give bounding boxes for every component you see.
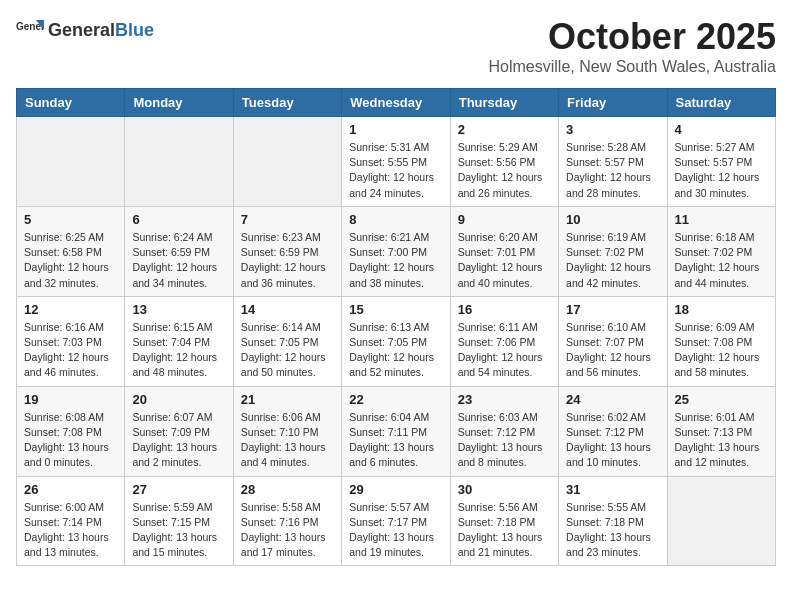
weekday-header-row: SundayMondayTuesdayWednesdayThursdayFrid… [17,89,776,117]
weekday-header-sunday: Sunday [17,89,125,117]
day-number: 9 [458,212,551,227]
day-number: 30 [458,482,551,497]
day-info: Sunrise: 5:29 AM Sunset: 5:56 PM Dayligh… [458,140,551,201]
day-info: Sunrise: 6:01 AM Sunset: 7:13 PM Dayligh… [675,410,768,471]
week-row-2: 5Sunrise: 6:25 AM Sunset: 6:58 PM Daylig… [17,206,776,296]
calendar-cell: 23Sunrise: 6:03 AM Sunset: 7:12 PM Dayli… [450,386,558,476]
day-number: 27 [132,482,225,497]
day-info: Sunrise: 6:14 AM Sunset: 7:05 PM Dayligh… [241,320,334,381]
calendar-cell: 5Sunrise: 6:25 AM Sunset: 6:58 PM Daylig… [17,206,125,296]
day-number: 28 [241,482,334,497]
day-number: 16 [458,302,551,317]
calendar-cell: 22Sunrise: 6:04 AM Sunset: 7:11 PM Dayli… [342,386,450,476]
calendar-cell: 15Sunrise: 6:13 AM Sunset: 7:05 PM Dayli… [342,296,450,386]
calendar-cell: 16Sunrise: 6:11 AM Sunset: 7:06 PM Dayli… [450,296,558,386]
day-info: Sunrise: 6:11 AM Sunset: 7:06 PM Dayligh… [458,320,551,381]
calendar-cell [667,476,775,566]
day-number: 22 [349,392,442,407]
weekday-header-saturday: Saturday [667,89,775,117]
calendar-cell: 9Sunrise: 6:20 AM Sunset: 7:01 PM Daylig… [450,206,558,296]
day-info: Sunrise: 6:09 AM Sunset: 7:08 PM Dayligh… [675,320,768,381]
day-info: Sunrise: 6:19 AM Sunset: 7:02 PM Dayligh… [566,230,659,291]
calendar-cell: 3Sunrise: 5:28 AM Sunset: 5:57 PM Daylig… [559,117,667,207]
day-info: Sunrise: 6:23 AM Sunset: 6:59 PM Dayligh… [241,230,334,291]
day-number: 3 [566,122,659,137]
day-number: 7 [241,212,334,227]
day-number: 29 [349,482,442,497]
day-number: 20 [132,392,225,407]
calendar-cell: 19Sunrise: 6:08 AM Sunset: 7:08 PM Dayli… [17,386,125,476]
day-info: Sunrise: 5:28 AM Sunset: 5:57 PM Dayligh… [566,140,659,201]
calendar-cell: 24Sunrise: 6:02 AM Sunset: 7:12 PM Dayli… [559,386,667,476]
week-row-1: 1Sunrise: 5:31 AM Sunset: 5:55 PM Daylig… [17,117,776,207]
day-info: Sunrise: 5:57 AM Sunset: 7:17 PM Dayligh… [349,500,442,561]
calendar-cell: 28Sunrise: 5:58 AM Sunset: 7:16 PM Dayli… [233,476,341,566]
calendar-cell: 31Sunrise: 5:55 AM Sunset: 7:18 PM Dayli… [559,476,667,566]
calendar-cell: 20Sunrise: 6:07 AM Sunset: 7:09 PM Dayli… [125,386,233,476]
day-number: 15 [349,302,442,317]
day-number: 6 [132,212,225,227]
calendar-cell: 8Sunrise: 6:21 AM Sunset: 7:00 PM Daylig… [342,206,450,296]
day-number: 17 [566,302,659,317]
day-number: 13 [132,302,225,317]
weekday-header-thursday: Thursday [450,89,558,117]
calendar-cell: 10Sunrise: 6:19 AM Sunset: 7:02 PM Dayli… [559,206,667,296]
calendar-cell: 29Sunrise: 5:57 AM Sunset: 7:17 PM Dayli… [342,476,450,566]
calendar-cell: 2Sunrise: 5:29 AM Sunset: 5:56 PM Daylig… [450,117,558,207]
calendar-cell: 27Sunrise: 5:59 AM Sunset: 7:15 PM Dayli… [125,476,233,566]
day-number: 21 [241,392,334,407]
calendar-cell [125,117,233,207]
day-info: Sunrise: 5:59 AM Sunset: 7:15 PM Dayligh… [132,500,225,561]
calendar-cell: 4Sunrise: 5:27 AM Sunset: 5:57 PM Daylig… [667,117,775,207]
calendar-cell: 17Sunrise: 6:10 AM Sunset: 7:07 PM Dayli… [559,296,667,386]
week-row-4: 19Sunrise: 6:08 AM Sunset: 7:08 PM Dayli… [17,386,776,476]
day-number: 25 [675,392,768,407]
weekday-header-monday: Monday [125,89,233,117]
calendar-cell [233,117,341,207]
calendar-cell: 26Sunrise: 6:00 AM Sunset: 7:14 PM Dayli… [17,476,125,566]
day-number: 19 [24,392,117,407]
day-number: 18 [675,302,768,317]
day-number: 31 [566,482,659,497]
day-info: Sunrise: 5:56 AM Sunset: 7:18 PM Dayligh… [458,500,551,561]
weekday-header-friday: Friday [559,89,667,117]
calendar-cell: 1Sunrise: 5:31 AM Sunset: 5:55 PM Daylig… [342,117,450,207]
day-info: Sunrise: 6:08 AM Sunset: 7:08 PM Dayligh… [24,410,117,471]
week-row-5: 26Sunrise: 6:00 AM Sunset: 7:14 PM Dayli… [17,476,776,566]
day-info: Sunrise: 6:06 AM Sunset: 7:10 PM Dayligh… [241,410,334,471]
weekday-header-wednesday: Wednesday [342,89,450,117]
day-info: Sunrise: 6:10 AM Sunset: 7:07 PM Dayligh… [566,320,659,381]
day-info: Sunrise: 6:16 AM Sunset: 7:03 PM Dayligh… [24,320,117,381]
day-number: 26 [24,482,117,497]
calendar-cell: 12Sunrise: 6:16 AM Sunset: 7:03 PM Dayli… [17,296,125,386]
day-number: 1 [349,122,442,137]
calendar-cell: 13Sunrise: 6:15 AM Sunset: 7:04 PM Dayli… [125,296,233,386]
logo-blue-text: Blue [115,20,154,40]
day-info: Sunrise: 6:03 AM Sunset: 7:12 PM Dayligh… [458,410,551,471]
calendar-cell: 30Sunrise: 5:56 AM Sunset: 7:18 PM Dayli… [450,476,558,566]
day-number: 11 [675,212,768,227]
day-info: Sunrise: 5:55 AM Sunset: 7:18 PM Dayligh… [566,500,659,561]
day-number: 12 [24,302,117,317]
day-info: Sunrise: 6:18 AM Sunset: 7:02 PM Dayligh… [675,230,768,291]
day-info: Sunrise: 6:13 AM Sunset: 7:05 PM Dayligh… [349,320,442,381]
calendar-cell: 21Sunrise: 6:06 AM Sunset: 7:10 PM Dayli… [233,386,341,476]
day-info: Sunrise: 6:15 AM Sunset: 7:04 PM Dayligh… [132,320,225,381]
day-info: Sunrise: 6:24 AM Sunset: 6:59 PM Dayligh… [132,230,225,291]
day-info: Sunrise: 6:00 AM Sunset: 7:14 PM Dayligh… [24,500,117,561]
day-number: 23 [458,392,551,407]
day-info: Sunrise: 6:25 AM Sunset: 6:58 PM Dayligh… [24,230,117,291]
month-title: October 2025 [488,16,776,58]
day-number: 10 [566,212,659,227]
calendar-cell: 18Sunrise: 6:09 AM Sunset: 7:08 PM Dayli… [667,296,775,386]
day-info: Sunrise: 6:20 AM Sunset: 7:01 PM Dayligh… [458,230,551,291]
logo: General GeneralBlue [16,16,154,44]
weekday-header-tuesday: Tuesday [233,89,341,117]
day-number: 5 [24,212,117,227]
day-info: Sunrise: 6:02 AM Sunset: 7:12 PM Dayligh… [566,410,659,471]
calendar-cell: 14Sunrise: 6:14 AM Sunset: 7:05 PM Dayli… [233,296,341,386]
location-title: Holmesville, New South Wales, Australia [488,58,776,76]
title-area: October 2025 Holmesville, New South Wale… [488,16,776,76]
day-number: 24 [566,392,659,407]
calendar-table: SundayMondayTuesdayWednesdayThursdayFrid… [16,88,776,566]
